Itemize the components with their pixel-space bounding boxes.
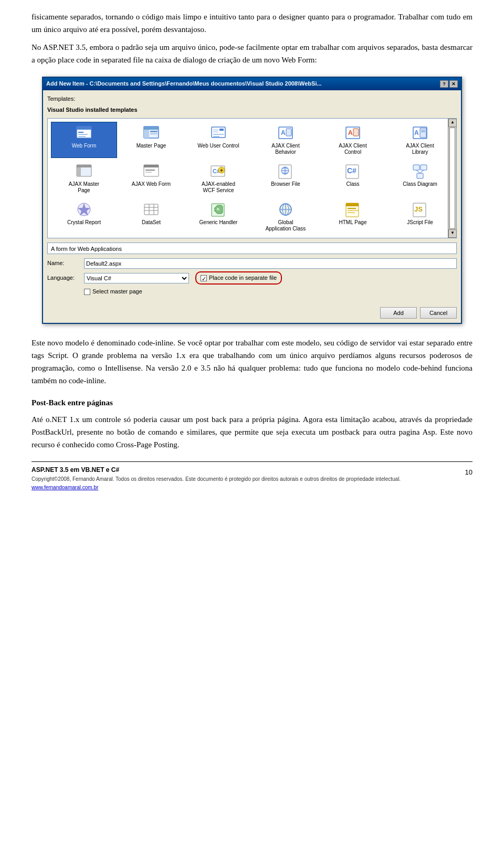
svg-rect-63 <box>348 210 358 211</box>
template-webusercontrol[interactable]: Web User Control <box>185 122 251 158</box>
dialog-title: Add New Item - C:\Documents and Settings… <box>46 79 440 89</box>
svg-rect-62 <box>348 208 356 209</box>
classdiagram-icon <box>412 163 428 180</box>
dialog-wrapper: Add New Item - C:\Documents and Settings… <box>32 77 472 324</box>
masterpage-icon <box>143 124 160 141</box>
template-generichandler[interactable]: h Generic Handler <box>185 198 251 235</box>
svg-rect-11 <box>213 129 218 133</box>
htmlpage-label: HTML Page <box>339 219 367 226</box>
jscriptfile-icon: JS <box>412 201 428 218</box>
name-input[interactable] <box>84 258 457 269</box>
select-master-row: Select master page <box>84 287 457 297</box>
svg-rect-2 <box>78 132 83 133</box>
classdiagram-label: Class Diagram <box>403 181 437 187</box>
svg-rect-14 <box>213 136 219 137</box>
svg-rect-6 <box>144 127 159 130</box>
dialog-body: Templates: Visual Studio installed templ… <box>43 90 461 304</box>
place-code-checkbox[interactable]: ✓ <box>201 275 207 281</box>
ajax-library-icon: A <box>412 124 428 141</box>
svg-text:JS: JS <box>414 205 423 213</box>
cancel-button[interactable]: Cancel <box>420 307 457 319</box>
browserfile-label: Browser File <box>271 181 300 187</box>
template-masterpage[interactable]: Master Page <box>118 122 184 158</box>
svg-rect-49 <box>144 204 158 215</box>
svg-rect-27 <box>77 165 91 167</box>
section-heading: Post-Back entre páginas <box>32 396 472 409</box>
titlebar-buttons: ? ✕ <box>440 80 458 88</box>
help-button[interactable]: ? <box>440 80 448 88</box>
para-3: Este novo modelo é denominado code-inlin… <box>32 336 472 387</box>
ajax-library-label: AJAX Client Library <box>399 143 441 155</box>
page-number: 10 <box>462 467 472 478</box>
svg-rect-45 <box>417 173 423 178</box>
svg-text:✦: ✦ <box>219 168 224 173</box>
add-button[interactable]: Add <box>380 307 417 319</box>
ajax-wcf-label: AJAX-enabled WCF Service <box>197 181 239 194</box>
svg-rect-13 <box>213 134 224 135</box>
dialog-footer: Add Cancel <box>43 304 461 323</box>
svg-text:A: A <box>414 129 419 136</box>
template-ajax-control[interactable]: A AJAX Client Control <box>320 122 386 158</box>
svg-rect-31 <box>145 170 155 171</box>
template-ajax-library[interactable]: A AJAX Client Library <box>387 122 453 158</box>
dataset-label: DataSet <box>142 219 161 226</box>
select-master-label: Select master page <box>92 287 142 297</box>
templates-label: Templates: <box>47 94 457 104</box>
select-master-checkbox[interactable] <box>84 289 90 295</box>
language-select[interactable]: Visual C# <box>84 273 189 283</box>
ajax-control-icon: A <box>344 124 361 141</box>
language-row: Language: Visual C# ✓ Place code in sepa… <box>47 271 457 285</box>
webusercontrol-icon <box>210 124 227 141</box>
ajax-control-label: AJAX Client Control <box>332 143 374 155</box>
svg-rect-30 <box>144 165 159 167</box>
template-browserfile[interactable]: Browser File <box>253 160 319 196</box>
scroll-thumb <box>449 128 455 229</box>
dataset-icon <box>143 201 160 218</box>
svg-rect-1 <box>77 127 91 130</box>
generichandler-label: Generic Handler <box>200 219 238 226</box>
close-button[interactable]: ✕ <box>449 80 458 88</box>
svg-rect-12 <box>219 129 224 131</box>
svg-rect-3 <box>78 134 88 135</box>
class-label: Class <box>346 181 359 187</box>
template-ajax-wcf[interactable]: C# ✦ AJAX-enabled WCF Service <box>185 160 251 196</box>
scroll-down[interactable]: ▼ <box>448 229 457 238</box>
webusercontrol-label: Web User Control <box>197 143 239 149</box>
svg-rect-20 <box>353 129 359 136</box>
footer-row: ASP.NET 3.5 em VB.NET e C# Copyright©200… <box>32 465 472 492</box>
place-code-container: ✓ Place code in separate file <box>195 271 282 285</box>
template-crystalreport[interactable]: Crystal Report <box>51 198 117 235</box>
svg-text:A: A <box>348 129 353 136</box>
template-class[interactable]: C# Class <box>320 160 386 196</box>
jscriptfile-label: JScript File <box>407 219 433 226</box>
dialog-titlebar: Add New Item - C:\Documents and Settings… <box>43 78 461 90</box>
scrollbar[interactable]: ▲ ▼ <box>448 119 456 238</box>
template-ajax-masterpage[interactable]: AJAX Master Page <box>51 160 117 196</box>
svg-line-46 <box>416 170 420 173</box>
svg-rect-8 <box>150 131 158 132</box>
templates-grid: Web Form <box>51 122 453 235</box>
intro-text: fisicamente separados, tornando o código… <box>32 10 472 66</box>
generichandler-icon: h <box>210 201 227 218</box>
para-4: Até o.NET 1.x um controle só poderia cau… <box>32 413 472 451</box>
para-1: fisicamente separados, tornando o código… <box>32 10 472 36</box>
template-classdiagram[interactable]: Class Diagram <box>387 160 453 196</box>
template-ajax-behavior[interactable]: A AJAX Client Behavior <box>253 122 319 158</box>
footer-link[interactable]: www.fernandoamaral.com.br <box>32 485 98 490</box>
template-webform[interactable]: Web Form <box>51 122 117 158</box>
template-ajax-webform[interactable]: AJAX Web Form <box>118 160 184 196</box>
template-jscriptfile[interactable]: JS JScript File <box>387 198 453 235</box>
class-icon: C# <box>344 163 361 180</box>
footer-title: ASP.NET 3.5 em VB.NET e C# <box>32 465 462 475</box>
template-dataset[interactable]: DataSet <box>118 198 184 235</box>
masterpage-label: Master Page <box>136 143 166 149</box>
language-select-wrapper: Visual C# ✓ Place code in separate file <box>84 271 457 285</box>
description-area: A form for Web Applications <box>47 243 457 254</box>
template-htmlpage[interactable]: HTML Page <box>320 198 386 235</box>
svg-rect-44 <box>421 165 427 170</box>
template-globalapp[interactable]: Global Application Class <box>253 198 319 235</box>
htmlpage-icon <box>344 201 361 218</box>
scroll-up[interactable]: ▲ <box>448 119 457 127</box>
ajax-masterpage-icon <box>76 163 92 180</box>
webform-label: Web Form <box>72 143 97 149</box>
